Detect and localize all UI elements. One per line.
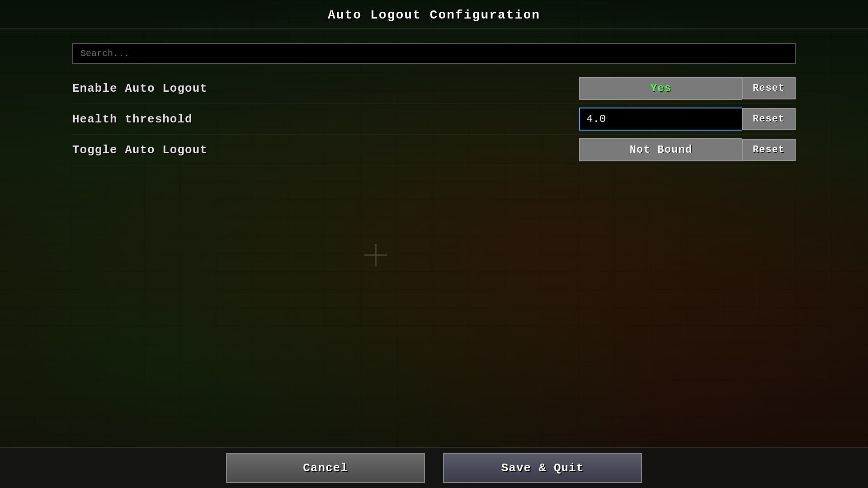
content-area: Enable Auto Logout Yes Reset Health thre… [0,29,868,488]
config-label-toggle-auto-logout: Toggle Auto Logout [72,143,208,157]
search-input[interactable] [72,43,796,64]
bottom-bar: Cancel Save & Quit [0,447,868,488]
reset-button-enable-auto-logout[interactable]: Reset [742,77,796,99]
config-label-enable-auto-logout: Enable Auto Logout [72,82,208,95]
config-controls-toggle-auto-logout: Not Bound Reset [579,138,796,161]
cancel-button[interactable]: Cancel [226,453,425,483]
save-quit-button[interactable]: Save & Quit [443,453,642,483]
keybind-not-bound-button[interactable]: Not Bound [579,138,742,161]
reset-button-health-threshold[interactable]: Reset [742,108,796,130]
health-threshold-input[interactable] [579,108,742,131]
config-controls-enable-auto-logout: Yes Reset [579,77,796,100]
page-title: Auto Logout Configuration [328,8,540,22]
config-row-toggle-auto-logout: Toggle Auto Logout Not Bound Reset [72,135,796,165]
reset-button-toggle-auto-logout[interactable]: Reset [742,139,796,161]
toggle-yes-button[interactable]: Yes [579,77,742,100]
search-wrapper [72,43,796,64]
config-row-health-threshold: Health threshold Reset [72,104,796,135]
config-controls-health-threshold: Reset [579,108,796,131]
config-label-health-threshold: Health threshold [72,113,193,126]
config-row-enable-auto-logout: Enable Auto Logout Yes Reset [72,73,796,104]
ui-container: Auto Logout Configuration Enable Auto Lo… [0,0,868,488]
title-bar: Auto Logout Configuration [0,0,868,29]
